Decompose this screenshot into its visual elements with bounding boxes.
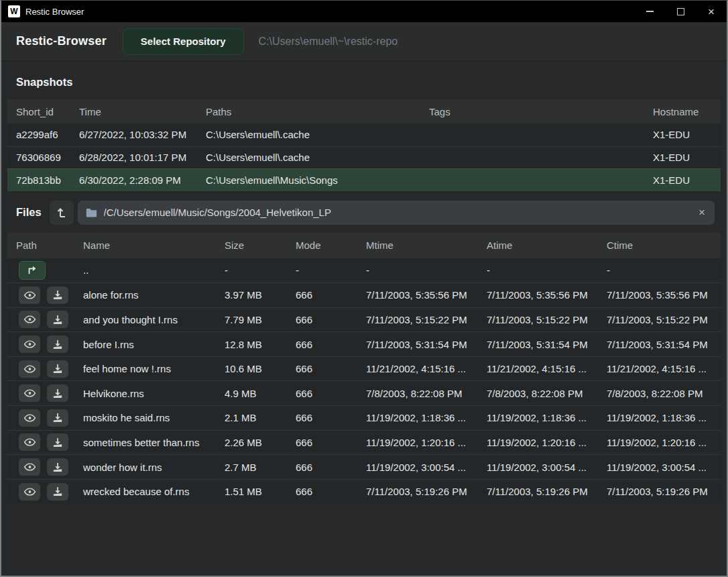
download-file-button[interactable]: [47, 483, 68, 501]
file-actions: [16, 409, 83, 427]
file-actions: [16, 384, 83, 402]
snapshot-row[interactable]: 763068696/28/2022, 10:01:17 PMC:\Users\e…: [7, 146, 721, 169]
view-file-button[interactable]: [19, 335, 40, 353]
column-header-tags: Tags: [429, 106, 653, 117]
files-table-header: Path Name Size Mode Mtime Atime Ctime: [7, 233, 721, 258]
level-up-icon: [56, 207, 67, 219]
select-repository-button[interactable]: Select Repository: [123, 28, 244, 55]
file-size: 4.9 MB: [225, 388, 296, 399]
file-size: 2.1 MB: [225, 412, 296, 423]
download-file-button[interactable]: [47, 360, 68, 378]
download-file-button[interactable]: [47, 458, 68, 476]
files-path-input[interactable]: /C/Users/emuell/Music/Songs/2004_Helveti…: [78, 201, 715, 225]
snapshot-row[interactable]: 72b813bb6/30/2022, 2:28:09 PMC:\Users\em…: [7, 168, 721, 191]
view-file-button[interactable]: [19, 409, 40, 427]
view-file-button[interactable]: [19, 286, 40, 304]
level-up-button[interactable]: [50, 201, 74, 225]
repository-path: C:\Users\emuell\~\restic-repo: [259, 36, 398, 48]
file-name: wrecked because of.rns: [83, 486, 225, 497]
file-actions: [16, 311, 83, 328]
file-row[interactable]: moskito he said.rns2.1 MB66611/19/2002, …: [7, 405, 721, 430]
file-ctime: 7/11/2003, 5:19:26 PM: [607, 486, 721, 497]
file-size: 10.6 MB: [225, 363, 296, 374]
file-mode: 666: [296, 314, 366, 325]
download-icon: [52, 413, 63, 423]
minimize-button[interactable]: [634, 1, 665, 22]
view-file-button[interactable]: [19, 433, 40, 451]
parent-directory-row[interactable]: ..-----: [7, 258, 721, 283]
file-row[interactable]: feel home now !.rns10.6 MB66611/21/2002,…: [7, 356, 721, 381]
snapshot-paths: C:\Users\emuell\.cache: [206, 129, 429, 140]
snapshot-paths: C:\Users\emuell\.cache: [206, 152, 429, 163]
snapshots-heading: Snapshots: [1, 61, 727, 99]
file-size: 7.79 MB: [225, 314, 296, 325]
download-icon: [52, 339, 63, 350]
file-atime: -: [487, 264, 607, 276]
file-mtime: 7/8/2003, 8:22:08 PM: [366, 388, 487, 399]
clear-path-button[interactable]: ×: [697, 207, 707, 218]
column-header-atime: Atime: [487, 240, 607, 251]
file-mtime: 11/21/2002, 4:15:16 ...: [366, 363, 487, 374]
snapshot-paths: C:\Users\emuell\Music\Songs: [206, 174, 429, 186]
download-file-button[interactable]: [47, 384, 68, 402]
download-file-button[interactable]: [47, 311, 68, 328]
snapshot-row[interactable]: a2299af66/27/2022, 10:03:32 PMC:\Users\e…: [7, 123, 721, 146]
column-header-short-id: Short_id: [16, 106, 79, 117]
snapshots-table-body: a2299af66/27/2022, 10:03:32 PMC:\Users\e…: [7, 123, 721, 191]
file-row[interactable]: before I.rns12.8 MB6667/11/2003, 5:31:54…: [7, 331, 721, 356]
file-size: -: [225, 264, 296, 276]
files-table: Path Name Size Mode Mtime Atime Ctime ..…: [7, 233, 721, 504]
column-header-hostname: Hostname: [653, 106, 721, 117]
file-size: 2.26 MB: [225, 437, 296, 448]
eye-icon: [23, 413, 36, 423]
snapshot-hostname: X1-EDU: [653, 152, 721, 163]
snapshots-table-header: Short_id Time Paths Tags Hostname: [7, 99, 721, 123]
file-row[interactable]: and you thought I.rns7.79 MB6667/11/2003…: [7, 307, 721, 332]
view-file-button[interactable]: [19, 483, 40, 501]
close-button[interactable]: ×: [696, 1, 727, 22]
snapshots-table: Short_id Time Paths Tags Hostname a2299a…: [7, 99, 721, 191]
file-actions: [16, 458, 83, 476]
file-ctime: 11/21/2002, 4:15:16 ...: [607, 363, 721, 374]
file-row[interactable]: wonder how it.rns2.7 MB66611/19/2002, 3:…: [7, 454, 721, 479]
file-mode: 666: [296, 437, 366, 448]
download-icon: [52, 486, 63, 496]
file-ctime: 7/8/2003, 8:22:08 PM: [607, 388, 721, 399]
maximize-button[interactable]: [665, 1, 696, 22]
file-mtime: 11/19/2002, 1:18:36 ...: [366, 412, 487, 423]
snapshot-hostname: X1-EDU: [653, 129, 721, 140]
file-row[interactable]: sometimes better than.rns2.26 MB66611/19…: [7, 430, 721, 455]
column-header-path: Path: [16, 240, 83, 251]
file-mode: 666: [296, 363, 366, 374]
download-file-button[interactable]: [47, 286, 68, 304]
download-file-button[interactable]: [47, 409, 68, 427]
file-mode: 666: [296, 486, 366, 497]
view-file-button[interactable]: [19, 311, 40, 328]
file-atime: 11/21/2002, 4:15:16 ...: [487, 363, 607, 374]
file-row[interactable]: Helvikone.rns4.9 MB6667/8/2003, 8:22:08 …: [7, 380, 721, 405]
eye-icon: [23, 487, 36, 496]
file-ctime: 11/19/2002, 1:18:36 ...: [607, 412, 721, 423]
view-file-button[interactable]: [19, 384, 40, 402]
snapshot-hostname: X1-EDU: [653, 174, 721, 186]
maximize-icon: [677, 8, 684, 15]
download-file-button[interactable]: [47, 335, 68, 353]
file-atime: 7/11/2003, 5:35:56 PM: [487, 289, 607, 301]
file-atime: 7/11/2003, 5:15:22 PM: [487, 314, 607, 325]
file-name: Helvikone.rns: [83, 388, 225, 399]
file-actions: [16, 360, 83, 378]
file-mtime: -: [366, 264, 487, 276]
close-icon: ×: [708, 6, 715, 17]
download-file-button[interactable]: [47, 433, 68, 451]
snapshot-short-id: 76306869: [16, 152, 79, 163]
file-row[interactable]: alone for.rns3.97 MB6667/11/2003, 5:35:5…: [7, 282, 721, 307]
go-to-parent-button[interactable]: [19, 261, 46, 280]
file-actions: [16, 335, 83, 353]
view-file-button[interactable]: [19, 360, 40, 378]
window-title: Restic Browser: [25, 7, 84, 17]
snapshot-short-id: a2299af6: [16, 129, 79, 140]
file-row[interactable]: wrecked because of.rns1.51 MB6667/11/200…: [7, 479, 721, 504]
files-heading: Files: [16, 206, 42, 219]
view-file-button[interactable]: [19, 458, 40, 476]
file-mtime: 7/11/2003, 5:35:56 PM: [366, 289, 487, 301]
